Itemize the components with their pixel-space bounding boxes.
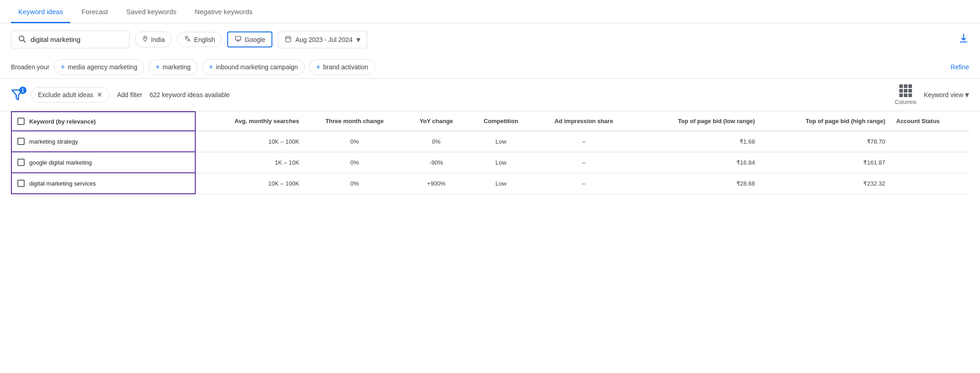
svg-rect-6 <box>286 36 291 41</box>
broaden-row: Broaden your + media agency marketing + … <box>0 56 980 79</box>
th-keyword: Keyword (by relevance) <box>11 112 195 131</box>
th-avg-searches: Avg. monthly searches <box>195 112 305 131</box>
th-competition-label: Competition <box>484 118 518 124</box>
ad-impression-cell: – <box>534 173 634 194</box>
chip-marketing-label: marketing <box>162 63 190 71</box>
keyword-cell-1: google digital marketing <box>11 152 195 173</box>
table-row: marketing strategy 10K – 100K0%0%Low–₹1.… <box>11 131 969 152</box>
calendar-icon <box>285 36 292 44</box>
th-top-bid-low: Top of page bid (low range) <box>634 112 760 131</box>
yoy-cell: +900% <box>404 173 468 194</box>
search-query: digital marketing <box>31 36 80 43</box>
row-checkbox[interactable] <box>17 180 25 187</box>
language-filter[interactable]: English <box>177 32 222 47</box>
location-filter[interactable]: India <box>135 31 172 47</box>
tab-forecast[interactable]: Forecast <box>74 0 115 23</box>
chip-marketing[interactable]: + marketing <box>149 59 198 75</box>
keyword-cell-0: marketing strategy <box>11 131 195 152</box>
search-row: digital marketing India English Google <box>0 23 980 56</box>
filter-bar: 1 Exclude adult ideas ✕ Add filter 622 k… <box>0 79 980 111</box>
tabs-bar: Keyword ideas Forecast Saved keywords Ne… <box>0 0 980 23</box>
header-checkbox[interactable] <box>17 118 25 125</box>
competition-cell: Low <box>468 173 534 194</box>
keyword-view-label: Keyword view <box>924 91 963 98</box>
avg-searches-cell: 1K – 10K <box>195 152 305 173</box>
ad-impression-cell: – <box>534 152 634 173</box>
date-filter[interactable]: Aug 2023 - Jul 2024 ▾ <box>278 31 367 48</box>
top-bid-high-cell: ₹161.87 <box>761 152 891 173</box>
keyword-view-button[interactable]: Keyword view ▾ <box>924 90 969 100</box>
row-checkbox[interactable] <box>17 159 25 166</box>
competition-cell: Low <box>468 152 534 173</box>
keyword-label[interactable]: marketing strategy <box>29 138 78 145</box>
top-bid-low-cell: ₹16.84 <box>634 152 760 173</box>
location-label: India <box>151 36 165 43</box>
add-filter-button[interactable]: Add filter <box>117 91 142 98</box>
top-bid-low-cell: ₹28.68 <box>634 173 760 194</box>
competition-cell: Low <box>468 131 534 152</box>
chip-inbound-label: inbound marketing campaign <box>216 63 298 71</box>
language-icon <box>184 36 191 43</box>
keyword-table: Keyword (by relevance) Avg. monthly sear… <box>11 111 969 194</box>
th-ad-impression-label: Ad impression share <box>554 118 613 124</box>
th-yoy: YoY change <box>404 112 468 131</box>
chip-brand[interactable]: + brand activation <box>309 59 375 75</box>
three-month-cell: 0% <box>305 131 404 152</box>
filter-icon-wrapper[interactable]: 1 <box>11 88 24 101</box>
plus-icon: + <box>316 63 320 71</box>
top-bid-high-cell: ₹232.32 <box>761 173 891 194</box>
tab-saved-keywords[interactable]: Saved keywords <box>119 0 184 23</box>
keyword-table-wrapper: Keyword (by relevance) Avg. monthly sear… <box>0 111 980 194</box>
refine-button[interactable]: Refine <box>951 63 969 71</box>
network-filter[interactable]: Google <box>227 31 272 47</box>
chip-inbound[interactable]: + inbound marketing campaign <box>202 59 305 75</box>
exclude-adults-chip[interactable]: Exclude adult ideas ✕ <box>31 87 109 103</box>
th-top-bid-low-label: Top of page bid (low range) <box>678 118 755 124</box>
location-icon <box>142 35 148 44</box>
th-competition: Competition <box>468 112 534 131</box>
th-avg-searches-label: Avg. monthly searches <box>235 118 299 124</box>
top-bid-low-cell: ₹1.68 <box>634 131 760 152</box>
th-ad-impression: Ad impression share <box>534 112 634 131</box>
date-range-label: Aug 2023 - Jul 2024 <box>295 36 352 43</box>
tab-negative-keywords[interactable]: Negative keywords <box>188 0 260 23</box>
row-checkbox[interactable] <box>17 138 25 145</box>
th-account-status: Account Status <box>891 112 969 131</box>
avg-searches-cell: 10K – 100K <box>195 131 305 152</box>
th-three-month-label: Three month change <box>325 118 384 124</box>
th-account-status-label: Account Status <box>896 118 939 124</box>
filter-badge: 1 <box>19 87 26 94</box>
ad-impression-cell: – <box>534 131 634 152</box>
columns-button[interactable]: Columns <box>895 84 916 105</box>
keyword-label[interactable]: google digital marketing <box>29 159 92 166</box>
yoy-cell: -90% <box>404 152 468 173</box>
th-top-bid-high-label: Top of page bid (high range) <box>806 118 886 124</box>
account-status-cell <box>891 131 969 152</box>
chip-media-agency-label: media agency marketing <box>68 63 137 71</box>
search-box[interactable]: digital marketing <box>11 31 130 48</box>
columns-icon <box>899 84 912 97</box>
yoy-cell: 0% <box>404 131 468 152</box>
plus-icon: + <box>209 63 213 71</box>
top-bid-high-cell: ₹78.70 <box>761 131 891 152</box>
exclude-label: Exclude adult ideas <box>38 91 93 98</box>
columns-label: Columns <box>895 99 916 105</box>
avg-searches-cell: 10K – 100K <box>195 173 305 194</box>
search-icon <box>18 35 26 44</box>
chip-media-agency[interactable]: + media agency marketing <box>54 59 144 75</box>
svg-line-1 <box>23 40 25 42</box>
three-month-cell: 0% <box>305 152 404 173</box>
plus-icon: + <box>61 63 65 71</box>
keyword-cell-2: digital marketing services <box>11 173 195 194</box>
close-icon[interactable]: ✕ <box>97 91 103 99</box>
table-row: google digital marketing 1K – 10K0%-90%L… <box>11 152 969 173</box>
download-button[interactable] <box>958 33 969 47</box>
keyword-label[interactable]: digital marketing services <box>29 180 96 187</box>
tab-keyword-ideas[interactable]: Keyword ideas <box>11 0 70 23</box>
network-label: Google <box>245 36 265 43</box>
account-status-cell <box>891 152 969 173</box>
th-yoy-label: YoY change <box>420 118 453 124</box>
svg-point-2 <box>145 37 146 39</box>
chevron-down-icon: ▾ <box>356 35 360 45</box>
three-month-cell: 0% <box>305 173 404 194</box>
